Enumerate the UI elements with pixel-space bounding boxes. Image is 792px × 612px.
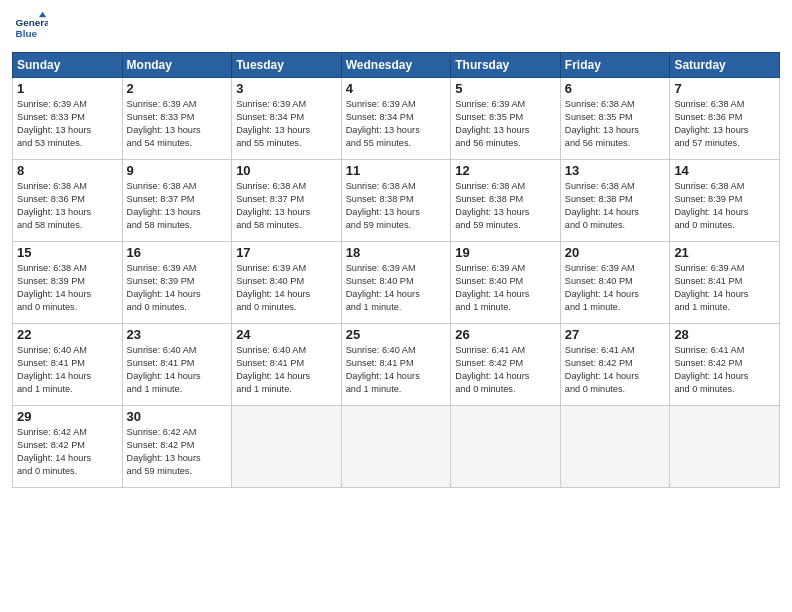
day-info: Sunrise: 6:38 AMSunset: 8:35 PMDaylight:… xyxy=(565,98,666,150)
day-number: 8 xyxy=(17,163,118,178)
day-cell: 30Sunrise: 6:42 AMSunset: 8:42 PMDayligh… xyxy=(122,406,232,488)
day-cell: 3Sunrise: 6:39 AMSunset: 8:34 PMDaylight… xyxy=(232,78,342,160)
day-cell: 23Sunrise: 6:40 AMSunset: 8:41 PMDayligh… xyxy=(122,324,232,406)
day-cell: 21Sunrise: 6:39 AMSunset: 8:41 PMDayligh… xyxy=(670,242,780,324)
weekday-sunday: Sunday xyxy=(13,53,123,78)
day-cell xyxy=(341,406,451,488)
day-cell: 11Sunrise: 6:38 AMSunset: 8:38 PMDayligh… xyxy=(341,160,451,242)
day-number: 5 xyxy=(455,81,556,96)
header: General Blue xyxy=(12,10,780,46)
day-info: Sunrise: 6:39 AMSunset: 8:33 PMDaylight:… xyxy=(17,98,118,150)
day-number: 23 xyxy=(127,327,228,342)
day-cell: 27Sunrise: 6:41 AMSunset: 8:42 PMDayligh… xyxy=(560,324,670,406)
day-cell: 28Sunrise: 6:41 AMSunset: 8:42 PMDayligh… xyxy=(670,324,780,406)
weekday-friday: Friday xyxy=(560,53,670,78)
day-cell: 6Sunrise: 6:38 AMSunset: 8:35 PMDaylight… xyxy=(560,78,670,160)
svg-text:General: General xyxy=(16,17,48,28)
day-cell xyxy=(670,406,780,488)
day-info: Sunrise: 6:38 AMSunset: 8:37 PMDaylight:… xyxy=(236,180,337,232)
day-info: Sunrise: 6:40 AMSunset: 8:41 PMDaylight:… xyxy=(346,344,447,396)
day-info: Sunrise: 6:39 AMSunset: 8:34 PMDaylight:… xyxy=(346,98,447,150)
day-number: 7 xyxy=(674,81,775,96)
day-info: Sunrise: 6:39 AMSunset: 8:35 PMDaylight:… xyxy=(455,98,556,150)
weekday-thursday: Thursday xyxy=(451,53,561,78)
day-info: Sunrise: 6:40 AMSunset: 8:41 PMDaylight:… xyxy=(236,344,337,396)
week-row-3: 15Sunrise: 6:38 AMSunset: 8:39 PMDayligh… xyxy=(13,242,780,324)
day-info: Sunrise: 6:40 AMSunset: 8:41 PMDaylight:… xyxy=(127,344,228,396)
week-row-1: 1Sunrise: 6:39 AMSunset: 8:33 PMDaylight… xyxy=(13,78,780,160)
day-info: Sunrise: 6:38 AMSunset: 8:36 PMDaylight:… xyxy=(17,180,118,232)
day-info: Sunrise: 6:38 AMSunset: 8:39 PMDaylight:… xyxy=(674,180,775,232)
day-cell: 20Sunrise: 6:39 AMSunset: 8:40 PMDayligh… xyxy=(560,242,670,324)
day-number: 13 xyxy=(565,163,666,178)
day-number: 12 xyxy=(455,163,556,178)
week-row-4: 22Sunrise: 6:40 AMSunset: 8:41 PMDayligh… xyxy=(13,324,780,406)
day-cell: 15Sunrise: 6:38 AMSunset: 8:39 PMDayligh… xyxy=(13,242,123,324)
day-info: Sunrise: 6:39 AMSunset: 8:34 PMDaylight:… xyxy=(236,98,337,150)
day-cell: 4Sunrise: 6:39 AMSunset: 8:34 PMDaylight… xyxy=(341,78,451,160)
day-info: Sunrise: 6:42 AMSunset: 8:42 PMDaylight:… xyxy=(127,426,228,478)
day-number: 1 xyxy=(17,81,118,96)
day-cell: 5Sunrise: 6:39 AMSunset: 8:35 PMDaylight… xyxy=(451,78,561,160)
day-cell xyxy=(560,406,670,488)
day-number: 3 xyxy=(236,81,337,96)
day-info: Sunrise: 6:40 AMSunset: 8:41 PMDaylight:… xyxy=(17,344,118,396)
day-info: Sunrise: 6:38 AMSunset: 8:38 PMDaylight:… xyxy=(565,180,666,232)
day-cell: 25Sunrise: 6:40 AMSunset: 8:41 PMDayligh… xyxy=(341,324,451,406)
day-cell: 9Sunrise: 6:38 AMSunset: 8:37 PMDaylight… xyxy=(122,160,232,242)
calendar-body: 1Sunrise: 6:39 AMSunset: 8:33 PMDaylight… xyxy=(13,78,780,488)
day-info: Sunrise: 6:39 AMSunset: 8:39 PMDaylight:… xyxy=(127,262,228,314)
week-row-2: 8Sunrise: 6:38 AMSunset: 8:36 PMDaylight… xyxy=(13,160,780,242)
day-number: 20 xyxy=(565,245,666,260)
day-info: Sunrise: 6:41 AMSunset: 8:42 PMDaylight:… xyxy=(674,344,775,396)
day-cell: 22Sunrise: 6:40 AMSunset: 8:41 PMDayligh… xyxy=(13,324,123,406)
day-number: 15 xyxy=(17,245,118,260)
day-cell: 18Sunrise: 6:39 AMSunset: 8:40 PMDayligh… xyxy=(341,242,451,324)
day-cell: 2Sunrise: 6:39 AMSunset: 8:33 PMDaylight… xyxy=(122,78,232,160)
day-number: 21 xyxy=(674,245,775,260)
day-number: 18 xyxy=(346,245,447,260)
day-info: Sunrise: 6:41 AMSunset: 8:42 PMDaylight:… xyxy=(565,344,666,396)
logo: General Blue xyxy=(12,10,50,46)
day-number: 28 xyxy=(674,327,775,342)
day-info: Sunrise: 6:39 AMSunset: 8:40 PMDaylight:… xyxy=(346,262,447,314)
day-number: 27 xyxy=(565,327,666,342)
day-info: Sunrise: 6:38 AMSunset: 8:38 PMDaylight:… xyxy=(455,180,556,232)
day-cell: 19Sunrise: 6:39 AMSunset: 8:40 PMDayligh… xyxy=(451,242,561,324)
day-cell: 8Sunrise: 6:38 AMSunset: 8:36 PMDaylight… xyxy=(13,160,123,242)
logo-icon: General Blue xyxy=(12,10,48,46)
weekday-header-row: SundayMondayTuesdayWednesdayThursdayFrid… xyxy=(13,53,780,78)
day-info: Sunrise: 6:39 AMSunset: 8:40 PMDaylight:… xyxy=(236,262,337,314)
weekday-saturday: Saturday xyxy=(670,53,780,78)
svg-text:Blue: Blue xyxy=(16,28,38,39)
weekday-tuesday: Tuesday xyxy=(232,53,342,78)
day-number: 4 xyxy=(346,81,447,96)
day-number: 6 xyxy=(565,81,666,96)
day-number: 19 xyxy=(455,245,556,260)
day-cell: 14Sunrise: 6:38 AMSunset: 8:39 PMDayligh… xyxy=(670,160,780,242)
day-info: Sunrise: 6:39 AMSunset: 8:33 PMDaylight:… xyxy=(127,98,228,150)
week-row-5: 29Sunrise: 6:42 AMSunset: 8:42 PMDayligh… xyxy=(13,406,780,488)
day-number: 9 xyxy=(127,163,228,178)
calendar-container: General Blue SundayMondayTuesdayWednesda… xyxy=(0,0,792,498)
day-number: 22 xyxy=(17,327,118,342)
day-info: Sunrise: 6:38 AMSunset: 8:36 PMDaylight:… xyxy=(674,98,775,150)
day-number: 30 xyxy=(127,409,228,424)
day-number: 11 xyxy=(346,163,447,178)
day-info: Sunrise: 6:39 AMSunset: 8:40 PMDaylight:… xyxy=(455,262,556,314)
day-info: Sunrise: 6:39 AMSunset: 8:41 PMDaylight:… xyxy=(674,262,775,314)
day-cell: 16Sunrise: 6:39 AMSunset: 8:39 PMDayligh… xyxy=(122,242,232,324)
day-cell: 10Sunrise: 6:38 AMSunset: 8:37 PMDayligh… xyxy=(232,160,342,242)
day-info: Sunrise: 6:41 AMSunset: 8:42 PMDaylight:… xyxy=(455,344,556,396)
day-info: Sunrise: 6:42 AMSunset: 8:42 PMDaylight:… xyxy=(17,426,118,478)
day-number: 24 xyxy=(236,327,337,342)
day-cell: 7Sunrise: 6:38 AMSunset: 8:36 PMDaylight… xyxy=(670,78,780,160)
day-number: 2 xyxy=(127,81,228,96)
day-cell: 24Sunrise: 6:40 AMSunset: 8:41 PMDayligh… xyxy=(232,324,342,406)
day-number: 25 xyxy=(346,327,447,342)
day-cell xyxy=(232,406,342,488)
day-number: 14 xyxy=(674,163,775,178)
day-info: Sunrise: 6:38 AMSunset: 8:39 PMDaylight:… xyxy=(17,262,118,314)
day-cell xyxy=(451,406,561,488)
day-number: 17 xyxy=(236,245,337,260)
